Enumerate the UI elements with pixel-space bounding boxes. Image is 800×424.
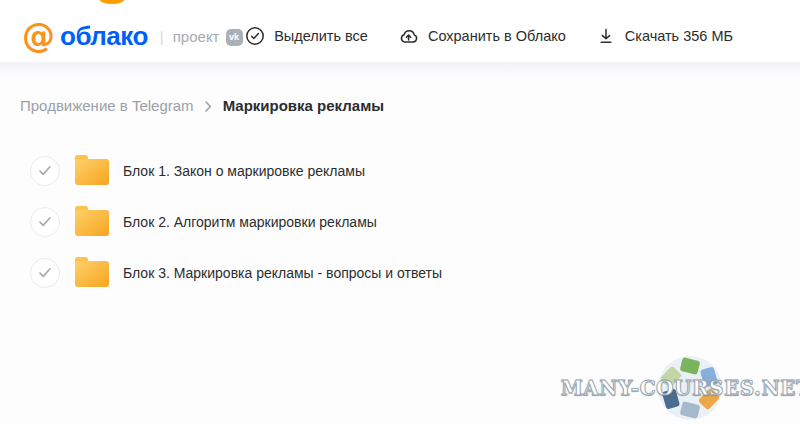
mailru-at-icon: @ (22, 19, 55, 52)
file-list: Блок 1. Закон о маркировке рекламы Блок … (0, 152, 800, 292)
folder-name: Блок 3. Маркировка рекламы - вопросы и о… (123, 265, 442, 281)
chevron-right-icon (205, 101, 212, 112)
row-checkbox[interactable] (30, 258, 60, 288)
download-button[interactable]: Скачать 356 МБ (596, 26, 733, 46)
check-circle-icon (245, 26, 265, 46)
header-actions: Выделить все Сохранить в Облако Скачать … (245, 26, 733, 46)
vk-badge-icon: vk (226, 29, 243, 46)
download-icon (596, 26, 616, 46)
watermark: MANY-COURSES.NET (576, 352, 796, 424)
folder-row[interactable]: Блок 1. Закон о маркировке рекламы (30, 152, 800, 190)
select-all-button[interactable]: Выделить все (245, 26, 368, 46)
save-to-cloud-label: Сохранить в Облако (428, 28, 566, 44)
folder-row[interactable]: Блок 3. Маркировка рекламы - вопросы и о… (30, 254, 800, 292)
select-all-label: Выделить все (274, 28, 368, 44)
folder-name: Блок 2. Алгоритм маркировки рекламы (123, 214, 377, 230)
save-to-cloud-button[interactable]: Сохранить в Облако (398, 26, 566, 46)
row-checkbox[interactable] (30, 207, 60, 237)
brand-name: облако (60, 21, 148, 52)
breadcrumb: Продвижение в Telegram Маркировка реклам… (0, 97, 800, 115)
cloud-mailru-logo[interactable]: @ облако | проект vk (22, 21, 243, 52)
row-checkbox[interactable] (30, 156, 60, 186)
breadcrumb-current-folder: Маркировка рекламы (223, 97, 384, 115)
watermark-text: MANY-COURSES.NET (576, 352, 796, 424)
cloud-upload-icon (398, 26, 419, 46)
globe-logo-icon (656, 354, 724, 424)
folder-icon (73, 202, 111, 242)
folder-name: Блок 1. Закон о маркировке рекламы (123, 163, 365, 179)
project-label: проект (173, 28, 220, 45)
folder-icon (73, 253, 111, 293)
breadcrumb-parent-folder[interactable]: Продвижение в Telegram (20, 97, 194, 115)
folder-row[interactable]: Блок 2. Алгоритм маркировки рекламы (30, 203, 800, 241)
folder-icon (73, 151, 111, 191)
logo-divider: | (160, 28, 164, 45)
download-label: Скачать 356 МБ (625, 28, 733, 44)
header-shadow (0, 62, 800, 80)
app-header: @ облако | проект vk Выделить все Сохран… (0, 0, 800, 62)
